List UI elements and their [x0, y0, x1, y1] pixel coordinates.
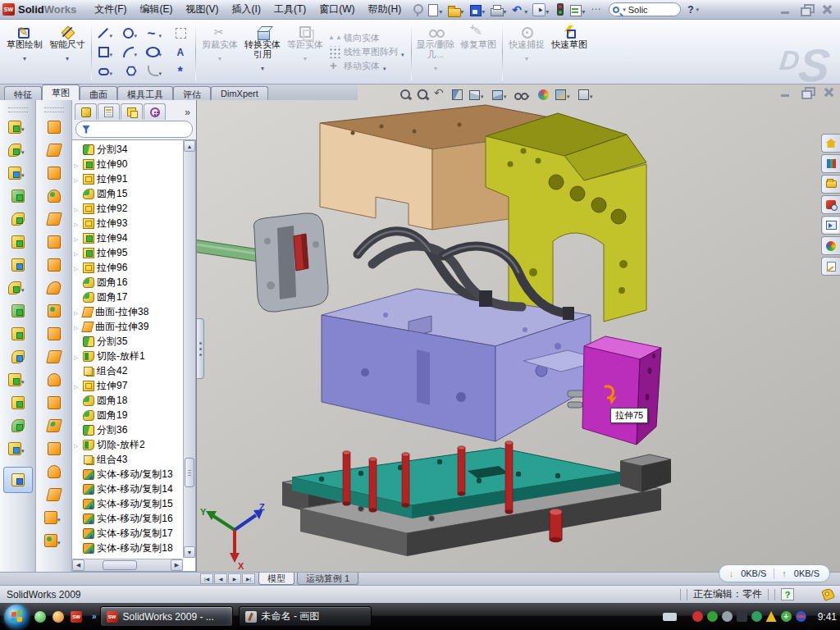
commandmanager-tab[interactable]: DimXpert: [211, 86, 268, 100]
feature-tree-item[interactable]: 实体-移动/复制14: [74, 482, 182, 496]
help-button[interactable]: ?: [687, 4, 693, 16]
surface-tool-button[interactable]: [36, 506, 71, 529]
sketch-tool-button[interactable]: [168, 24, 193, 43]
feature-tree-item[interactable]: 实体-移动/复制13: [74, 467, 182, 482]
surface-tool-button[interactable]: [36, 483, 71, 506]
feature-tree-item[interactable]: 拉伸90: [74, 157, 182, 171]
feature-tool-button[interactable]: [0, 139, 35, 162]
quick-tips-icon[interactable]: ?: [781, 588, 794, 600]
feature-tree-item[interactable]: 拉伸94: [74, 231, 182, 245]
quick-launch-icon[interactable]: [52, 611, 64, 623]
expand-arrow-icon[interactable]: [74, 380, 80, 391]
ribbon-button[interactable]: 转换实体引用: [241, 22, 284, 82]
hud-tool-button[interactable]: [434, 89, 446, 101]
hud-tool-button[interactable]: [491, 87, 509, 102]
sketch-tool-button[interactable]: [168, 62, 193, 80]
ribbon-button[interactable]: 快速捕捉: [505, 22, 548, 82]
hud-tool-button[interactable]: [468, 87, 486, 102]
expand-arrow-icon[interactable]: [74, 158, 80, 170]
expand-arrow-icon[interactable]: [74, 247, 80, 258]
tag-icon[interactable]: [821, 587, 835, 601]
feature-tree-item[interactable]: 分割34: [74, 142, 182, 157]
feature-tree-item[interactable]: 实体-移动/复制18: [74, 541, 182, 555]
study-tab[interactable]: 模型: [258, 573, 294, 585]
panel-splitter-handle[interactable]: [197, 318, 204, 379]
tray-icon[interactable]: [663, 613, 677, 621]
sketch-tool-button[interactable]: [144, 62, 168, 80]
tree-manager-tab[interactable]: [98, 103, 120, 120]
feature-tree-item[interactable]: 圆角17: [74, 290, 182, 304]
hud-tool-button[interactable]: [578, 87, 596, 102]
tray-icon[interactable]: [751, 611, 762, 622]
tree-manager-tab[interactable]: [75, 103, 97, 120]
feature-tool-button[interactable]: [0, 185, 35, 208]
expand-arrow-icon[interactable]: [74, 262, 80, 273]
window-control-button[interactable]: [819, 3, 833, 16]
sketch-tool-button[interactable]: [119, 43, 144, 62]
ribbon-button[interactable]: 等距实体: [284, 22, 326, 82]
feature-tool-button[interactable]: [0, 276, 35, 299]
tray-icon[interactable]: [766, 611, 777, 622]
tray-icon[interactable]: [722, 611, 733, 622]
surface-tool-button[interactable]: [36, 322, 71, 345]
ribbon-button[interactable]: 快速草图: [548, 22, 591, 82]
feature-tool-button[interactable]: [0, 368, 35, 391]
tree-horizontal-scrollbar[interactable]: [72, 559, 183, 571]
tray-icon[interactable]: [737, 611, 747, 622]
feature-tree-item[interactable]: 曲面-拉伸38: [74, 304, 182, 319]
sketch-tool-button[interactable]: [94, 62, 119, 80]
surface-tool-button[interactable]: [36, 162, 71, 185]
search-box[interactable]: ▾ Solic: [609, 2, 681, 16]
feature-tree-item[interactable]: 实体-移动/复制16: [74, 511, 182, 526]
study-tab[interactable]: 运动算例 1: [297, 573, 358, 585]
feature-tree-item[interactable]: 分割36: [74, 422, 182, 437]
taskpane-tab[interactable]: [821, 216, 840, 235]
surface-tool-button[interactable]: [36, 116, 71, 139]
surface-tool-button[interactable]: [36, 345, 71, 368]
feature-tree-item[interactable]: 组合43: [74, 452, 182, 467]
document-window-button[interactable]: [778, 86, 792, 98]
ribbon-stack-item[interactable]: 线性草图阵列: [328, 45, 407, 59]
scroll-down-icon[interactable]: [184, 546, 195, 558]
hud-tool-button[interactable]: [537, 89, 550, 101]
sketch-tool-button[interactable]: [168, 43, 193, 62]
tab-nav-button[interactable]: |◀: [200, 573, 213, 584]
feature-tree-item[interactable]: 实体-移动/复制17: [74, 526, 182, 541]
toolbar-button[interactable]: [590, 2, 603, 18]
feature-tree-item[interactable]: 圆角19: [74, 408, 182, 422]
sketch-tool-button[interactable]: [94, 24, 119, 43]
surface-tool-button[interactable]: [36, 460, 71, 483]
feature-tool-button[interactable]: [0, 299, 35, 322]
feature-tool-button[interactable]: [0, 253, 35, 276]
feature-tool-button[interactable]: [0, 162, 35, 185]
hud-tool-button[interactable]: [451, 89, 463, 101]
window-control-button[interactable]: [799, 3, 813, 16]
scroll-up-icon[interactable]: [184, 140, 195, 152]
chevron-down-icon[interactable]: ▾: [696, 7, 700, 13]
feature-tool-button[interactable]: [0, 391, 35, 414]
scrollbar-thumb[interactable]: [103, 560, 137, 570]
tray-icon[interactable]: [781, 611, 792, 622]
hud-tool-button[interactable]: [555, 87, 573, 102]
surface-tool-button[interactable]: [36, 208, 71, 231]
sketch-tool-button[interactable]: [144, 24, 168, 43]
sketch-tool-button[interactable]: [119, 62, 144, 80]
ribbon-button[interactable]: 智能尺寸: [46, 22, 89, 82]
menu-item[interactable]: 窗口(W): [313, 0, 361, 19]
scroll-right-icon[interactable]: [171, 559, 183, 571]
taskbar-button[interactable]: 未命名 - 画图: [239, 606, 372, 627]
taskpane-tab[interactable]: [821, 257, 840, 276]
commandmanager-tab[interactable]: 评估: [173, 86, 211, 100]
tree-vertical-scrollbar[interactable]: [183, 140, 195, 558]
toolbar-button[interactable]: [426, 2, 445, 18]
toolbar-button[interactable]: [568, 2, 588, 18]
ribbon-button[interactable]: 修复草图: [457, 22, 500, 82]
feature-tree-item[interactable]: 拉伸96: [74, 260, 182, 275]
start-button[interactable]: [4, 605, 29, 629]
tab-nav-button[interactable]: ▶: [228, 573, 241, 584]
model-gray-fixture[interactable]: [197, 213, 328, 312]
expand-arrow-icon[interactable]: [74, 306, 80, 317]
hud-tool-button[interactable]: [514, 87, 532, 102]
surface-tool-button[interactable]: [36, 529, 71, 552]
feature-tree-item[interactable]: 圆角15: [74, 186, 182, 201]
